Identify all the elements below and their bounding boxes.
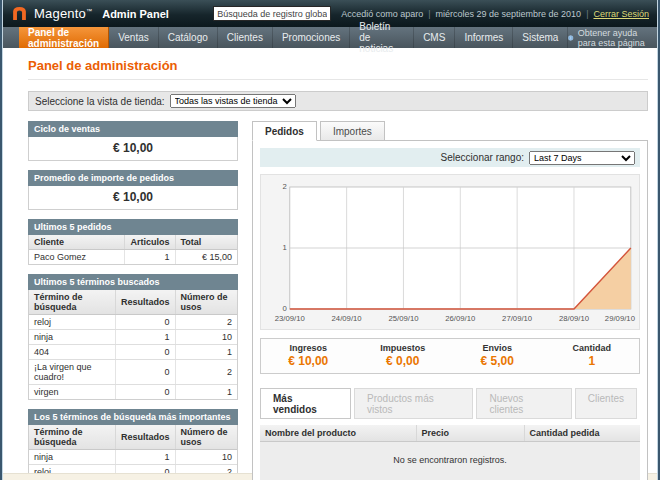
tab-productos-mas-vistos: Productos más vistos [354, 388, 473, 419]
total-label: Envios [450, 343, 545, 353]
total-impuestos: Impuestos € 0,00 [356, 343, 451, 368]
lifetime-sales-box: Ciclo de ventas € 10,00 [28, 121, 238, 161]
table-row: ninja110 [29, 330, 237, 345]
nav-item-dashboard[interactable]: Panel de administración [19, 27, 109, 48]
total-label: Cantidad [545, 343, 640, 353]
tab-pedidos[interactable]: Pedidos [252, 121, 317, 141]
average-orders-box: Promedio de importe de pedidos € 10,00 [28, 170, 238, 210]
cell-term: reloj [29, 315, 115, 330]
bestsellers-grid: Nombre del producto Precio Cantidad pedi… [260, 425, 640, 480]
cell-uses: 1 [175, 385, 237, 400]
svg-text:2: 2 [282, 183, 286, 192]
column-header-qty: Cantidad pedida [524, 425, 640, 442]
store-switcher-label: Seleccione la vista de tienda: [35, 96, 165, 107]
column-header: Número de usos [175, 425, 237, 450]
total-ingresos: Ingresos € 10,00 [261, 343, 356, 368]
table-row: reloj02 [29, 315, 237, 330]
cell-customer: Paco Gomez [29, 250, 125, 265]
nav-item-boletin[interactable]: Boletín de noticias [350, 27, 414, 48]
cell-results: 0 [115, 345, 175, 360]
last-search-terms-table: Término de búsqueda Resultados Número de… [29, 290, 237, 399]
cell-uses: 1 [175, 345, 237, 360]
tab-nuevos-clientes: Nuevos clientes [476, 388, 571, 419]
help-link[interactable]: Obtener ayuda para esta página [568, 27, 657, 48]
tab-importes[interactable]: Importes [320, 121, 385, 141]
dashboard-left-column: Ciclo de ventas € 10,00 Promedio de impo… [28, 121, 238, 480]
cell-results: 0 [115, 360, 175, 385]
last-orders-table: Cliente Articulos Total Paco Gomez 1 € 1… [29, 235, 237, 264]
dashboard-main-panel: Pedidos Importes Seleccionar rango: Last… [252, 121, 648, 480]
lifetime-sales-title: Ciclo de ventas [28, 121, 238, 137]
range-selector-select[interactable]: Last 7 Days [529, 151, 635, 165]
svg-text:28/09/10: 28/09/10 [559, 314, 589, 323]
average-orders-value: € 10,00 [29, 186, 237, 209]
cell-term: ninja [29, 330, 115, 345]
average-orders-title: Promedio de importe de pedidos [28, 170, 238, 186]
diagram-panel: Seleccionar rango: Last 7 Days 01223/09/… [252, 140, 648, 480]
lifetime-sales-value: € 10,00 [29, 137, 237, 160]
total-label: Ingresos [261, 343, 356, 353]
total-value: 1 [545, 354, 640, 368]
grid-tabs: Más vendidos Productos más vistos Nuevos… [260, 388, 640, 419]
trademark-symbol: ™ [86, 8, 92, 14]
table-row: ninja110 [29, 450, 237, 465]
header-account-info: Accedió como aparo | miércoles 29 de sep… [341, 9, 649, 19]
nav-item-clientes[interactable]: Clientes [218, 27, 273, 48]
nav-item-catalogo[interactable]: Catálogo [159, 27, 218, 48]
svg-text:0: 0 [282, 305, 286, 314]
total-envios: Envios € 5,00 [450, 343, 545, 368]
magento-logo: Magento™ Admin Panel [11, 5, 169, 22]
column-header: Total [175, 235, 237, 250]
tab-clientes: Clientes [575, 388, 637, 419]
column-header: Término de búsqueda [29, 290, 115, 315]
store-switcher-bar: Seleccione la vista de tienda: Todas las… [28, 91, 648, 111]
orders-area-chart: 01223/09/1024/09/1025/09/1026/09/1027/09… [263, 179, 637, 329]
svg-text:23/09/10: 23/09/10 [275, 314, 305, 323]
logged-in-as: Accedió como aparo [341, 9, 423, 19]
top-search-terms-title: Los 5 términos de búsqueda más important… [28, 409, 238, 425]
tab-mas-vendidos[interactable]: Más vendidos [260, 388, 351, 419]
globe-icon [568, 33, 573, 43]
column-header: Resultados [115, 290, 175, 315]
nav-item-cms[interactable]: CMS [414, 27, 455, 48]
page-title: Panel de administración [28, 58, 648, 80]
svg-text:25/09/10: 25/09/10 [388, 314, 418, 323]
cell-uses: 10 [175, 450, 237, 465]
total-value: € 5,00 [450, 354, 545, 368]
brand-suffix: Admin Panel [102, 8, 169, 20]
cell-term: virgen [29, 385, 115, 400]
help-link-label: Obtener ayuda para esta página [578, 28, 647, 48]
column-header-product: Nombre del producto [260, 425, 416, 442]
page-frame: Magento™ Admin Panel Accedió como aparo … [0, 0, 660, 480]
cell-results: 0 [115, 385, 175, 400]
logout-link[interactable]: Cerrar Sesión [593, 9, 649, 19]
range-selector-label: Seleccionar rango: [441, 152, 524, 163]
cell-total: € 15,00 [175, 250, 237, 265]
total-value: € 0,00 [356, 354, 451, 368]
empty-grid-message: No se encontraron registros. [260, 442, 640, 480]
main-nav: Panel de administración Ventas Catálogo … [3, 27, 657, 48]
nav-item-ventas[interactable]: Ventas [109, 27, 159, 48]
separator: | [428, 9, 430, 19]
table-row: 40401 [29, 345, 237, 360]
cell-items: 1 [125, 250, 175, 265]
last-orders-title: Ultimos 5 pedidos [28, 219, 238, 235]
cell-uses: 10 [175, 330, 237, 345]
cell-term: ninja [29, 450, 115, 465]
nav-item-promociones[interactable]: Promociones [273, 27, 350, 48]
top-search-terms-box: Los 5 términos de búsqueda más important… [28, 409, 238, 480]
store-switcher-select[interactable]: Todas las vistas de tienda [170, 94, 296, 108]
global-search-input[interactable] [213, 6, 331, 21]
cell-uses: 2 [175, 360, 237, 385]
nav-item-sistema[interactable]: Sistema [513, 27, 568, 48]
cell-results: 1 [115, 330, 175, 345]
cell-results: 1 [115, 450, 175, 465]
svg-text:1: 1 [282, 244, 286, 253]
svg-text:29/09/10: 29/09/10 [605, 314, 635, 323]
top-header: Magento™ Admin Panel Accedió como aparo … [3, 0, 657, 27]
table-row: virgen01 [29, 385, 237, 400]
nav-item-informes[interactable]: Informes [455, 27, 513, 48]
column-header: Resultados [115, 425, 175, 450]
svg-text:26/09/10: 26/09/10 [445, 314, 475, 323]
column-header-price: Precio [416, 425, 524, 442]
